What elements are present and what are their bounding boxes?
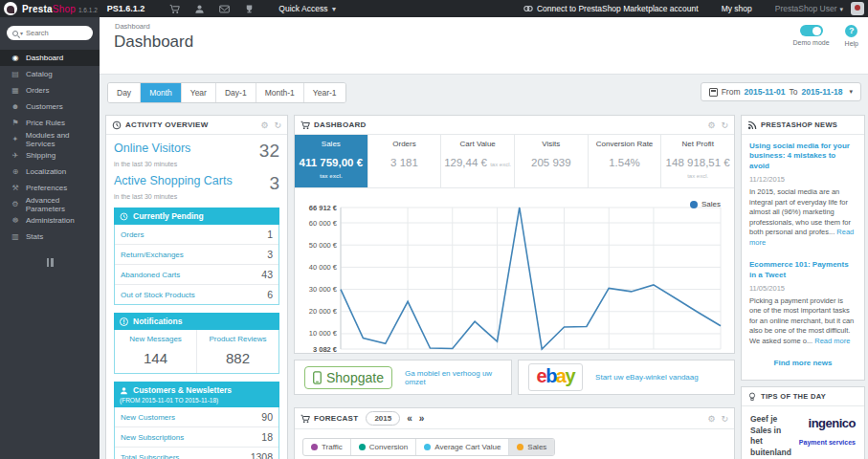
new-customers-row[interactable]: New Customers90 [115, 407, 278, 427]
date-filter-month[interactable]: Month [141, 83, 182, 102]
date-filter-year[interactable]: Year [182, 83, 216, 102]
sidebar-item-administration[interactable]: ☸Administration [0, 212, 100, 229]
topbar: PrestaShop 1.6.1.2 PS1.6.1.2 Quick Acces… [0, 0, 868, 17]
toggle-conversion[interactable]: Conversion [351, 439, 416, 455]
sidebar-item-dashboard[interactable]: ◉Dashboard [0, 50, 100, 66]
date-filter-day-1[interactable]: Day-1 [216, 83, 256, 102]
pending-returns-row[interactable]: Return/Exchanges3 [115, 245, 278, 265]
refresh-icon[interactable]: ↻ [721, 414, 728, 424]
product-reviews-cell[interactable]: Product Reviews882 [197, 330, 278, 373]
sidebar-item-preferences[interactable]: ⚒Preferences [0, 180, 100, 196]
customers-icon: ☻ [9, 102, 22, 111]
forecast-toggle-group: Traffic Conversion Average Cart Value Sa… [302, 438, 555, 456]
rss-icon [747, 120, 757, 130]
refresh-icon[interactable]: ↻ [721, 120, 728, 130]
previous-year-button[interactable]: « [407, 413, 412, 424]
gear-icon[interactable]: ⚙ [707, 120, 715, 130]
clock-icon [112, 120, 122, 130]
article-excerpt: In 2015, social media are an integral pa… [749, 187, 857, 248]
toggle-sales[interactable]: Sales [509, 439, 554, 455]
date-range-button[interactable]: From 2015-11-01 To 2015-11-18 ▾ [701, 82, 861, 101]
total-subscribers-row[interactable]: Total Subscribers1308 [115, 448, 278, 459]
demo-mode-toggle[interactable] [800, 25, 823, 36]
kpi-sales[interactable]: Sales411 759,00 € tax excl. [295, 135, 368, 187]
traffic-dot-icon [311, 444, 318, 450]
date-filter-day[interactable]: Day [108, 83, 141, 102]
marketplace-label: Connect to PrestaShop Marketplace accoun… [537, 4, 699, 13]
breadcrumb[interactable]: Dashboard [100, 17, 868, 31]
toggle-average-cart-value[interactable]: Average Cart Value [416, 439, 509, 455]
avatar[interactable] [851, 2, 864, 15]
shopgate-logo: Shopgate [304, 366, 392, 389]
sidebar-item-shipping[interactable]: ✈Shipping [0, 147, 100, 164]
user-menu[interactable]: PrestaShop User▾ [775, 4, 843, 13]
ebay-banner[interactable]: ebay Start uw eBay-winkel vandaag [518, 360, 736, 395]
sidebar-item-modules[interactable]: ✦Modules and Services [0, 131, 100, 147]
sidebar-item-orders[interactable]: ▦Orders [0, 82, 100, 98]
gear-icon[interactable]: ⚙ [707, 414, 715, 424]
legend-dot [690, 201, 698, 208]
refresh-icon[interactable]: ↻ [274, 120, 281, 130]
pending-orders-row[interactable]: Orders1 [115, 225, 278, 245]
sidebar-collapse-icon[interactable] [45, 258, 55, 267]
read-more-link[interactable]: Read more [814, 337, 850, 345]
user-menu-label: PrestaShop User [775, 4, 837, 13]
chevron-down-icon: ▼ [330, 6, 337, 12]
search-input[interactable] [26, 29, 78, 37]
shopgate-banner[interactable]: Shopgate Ga mobiel en verhoog uw omzet [294, 360, 512, 395]
article-date: 11/05/2015 [749, 284, 857, 293]
pending-out-of-stock-row[interactable]: Out of Stock Products6 [115, 285, 278, 304]
link-icon [523, 4, 533, 13]
conversion-dot-icon [359, 444, 366, 450]
new-messages-cell[interactable]: New Messages144 [115, 330, 197, 373]
article-date: 11/12/2015 [749, 175, 857, 184]
currently-pending-list: Orders1 Return/Exchanges3 Abandoned Cart… [114, 225, 279, 305]
date-filter-month-1[interactable]: Month-1 [256, 83, 304, 102]
sidebar-item-stats[interactable]: ▥Stats [0, 229, 100, 245]
cart-icon [300, 120, 310, 130]
news-panel-title: PRESTASHOP NEWS [747, 120, 837, 130]
person-icon[interactable] [187, 4, 211, 14]
sidebar-item-advanced-parameters[interactable]: ⚙Advanced Parameters [0, 196, 100, 212]
quick-access-menu[interactable]: Quick Access▼ [278, 4, 337, 13]
catalog-icon: ▤ [9, 70, 22, 78]
marketplace-link[interactable]: Connect to PrestaShop Marketplace accoun… [523, 4, 699, 13]
kpi-visits[interactable]: Visits205 939 [515, 135, 589, 187]
toggle-traffic[interactable]: Traffic [303, 439, 351, 455]
mail-icon[interactable] [211, 4, 236, 14]
svg-text:11/15/2015: 11/15/2015 [635, 352, 671, 354]
ebay-link: Start uw eBay-winkel vandaag [595, 373, 699, 382]
next-year-button[interactable]: » [419, 413, 425, 424]
kpi-orders[interactable]: Orders3 181 [368, 135, 442, 187]
kpi-conversion-rate[interactable]: Conversion Rate1.54% [589, 135, 662, 187]
help-icon[interactable]: ? [845, 25, 857, 37]
dashboard-panel-title: DASHBOARD [300, 120, 367, 130]
kpi-net-profit[interactable]: Net Profit148 918,51 € tax excl. [661, 135, 734, 187]
gear-icon[interactable]: ⚙ [260, 120, 268, 130]
kpi-cart-value[interactable]: Cart Value129,44 € tax excl. [441, 135, 515, 187]
alert-icon: ! [120, 317, 128, 326]
article-title-link[interactable]: Using social media for your business: 4 … [749, 142, 857, 171]
sidebar-item-catalog[interactable]: ▤Catalog [0, 66, 100, 82]
sales-dot-icon [517, 444, 523, 450]
find-more-news-link[interactable]: Find more news [749, 359, 857, 367]
date-filter-year-1[interactable]: Year-1 [304, 83, 345, 102]
forecast-year-badge: 2015 [366, 411, 400, 426]
my-shop-link[interactable]: My shop [722, 4, 752, 13]
cart-icon[interactable] [162, 4, 187, 14]
customers-newsletters-list: New Customers90 New Subscriptions18 Tota… [114, 407, 279, 459]
online-visitors[interactable]: Online Visitors 32 [114, 142, 279, 160]
sidebar-item-localization[interactable]: ⊕Localization [0, 164, 100, 180]
shopgate-link: Ga mobiel en verhoog uw omzet [405, 369, 501, 386]
chart-legend[interactable]: Sales [690, 200, 721, 208]
customers-newsletters-header: Customers & Newsletters (FROM 2015-11-01… [114, 382, 279, 407]
sidebar-search[interactable]: ▾ [7, 26, 93, 40]
quick-access-label: Quick Access [278, 4, 327, 13]
active-shopping-carts[interactable]: Active Shopping Carts 3 [114, 174, 279, 192]
sidebar-item-customers[interactable]: ☻Customers [0, 98, 100, 115]
article-title-link[interactable]: Ecommerce 101: Payments in a Tweet [749, 260, 857, 280]
new-subscriptions-row[interactable]: New Subscriptions18 [115, 427, 278, 448]
trophy-icon[interactable] [236, 4, 261, 14]
pending-abandoned-carts-row[interactable]: Abandoned Carts43 [115, 265, 278, 285]
sidebar-item-price-rules[interactable]: ⚑Price Rules [0, 115, 100, 131]
